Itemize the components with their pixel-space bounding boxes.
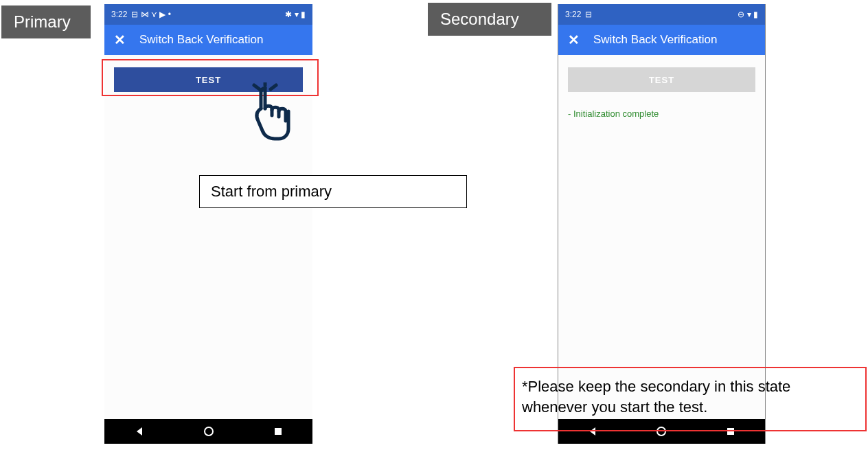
svg-marker-3 [590,427,595,436]
svg-point-1 [205,427,213,436]
close-icon[interactable]: ✕ [568,32,580,48]
status-right-icons: ⊖ ▾ ▮ [738,10,758,19]
nav-recent-icon[interactable] [725,426,736,437]
status-time: 3:22 [111,10,127,19]
status-time: 3:22 [565,10,581,19]
svg-marker-0 [137,427,142,436]
svg-rect-5 [727,428,734,435]
android-nav-bar [558,419,765,444]
annotation-start: Start from primary [199,175,467,208]
status-bar: 3:22 ⊟ ⊖ ▾ ▮ [558,4,765,25]
label-primary: Primary [1,5,91,38]
phone-primary: 3:22 ⊟ ⋈ ⋎ ▶ • ✱ ▾ ▮ ✕ Switch Back Verif… [104,4,312,444]
appbar-title: Switch Back Verification [593,33,717,47]
svg-rect-2 [275,428,282,435]
appbar-title: Switch Back Verification [139,33,263,47]
status-bar: 3:22 ⊟ ⋈ ⋎ ▶ • ✱ ▾ ▮ [104,4,312,25]
nav-home-icon[interactable] [656,426,667,437]
status-left-icons: ⊟ ⋈ ⋎ ▶ • [131,10,171,19]
test-button: TEST [568,67,755,92]
app-bar: ✕ Switch Back Verification [104,25,312,55]
label-secondary: Secondary [428,3,551,36]
status-message: - Initialization complete [568,109,755,119]
content-area: TEST - Initialization complete [558,55,765,131]
nav-back-icon[interactable] [587,426,598,437]
close-icon[interactable]: ✕ [114,32,126,48]
svg-point-4 [657,427,665,436]
annotation-note: *Please keep the secondary in this state… [522,376,858,417]
status-left-icons: ⊟ [585,10,592,19]
nav-back-icon[interactable] [134,426,145,437]
nav-home-icon[interactable] [203,426,214,437]
svg-line-6 [254,85,260,89]
app-bar: ✕ Switch Back Verification [558,25,765,55]
touch-pointer-icon [247,82,295,144]
android-nav-bar [104,419,312,444]
nav-recent-icon[interactable] [273,426,284,437]
svg-line-7 [271,85,276,89]
status-right-icons: ✱ ▾ ▮ [285,10,306,19]
